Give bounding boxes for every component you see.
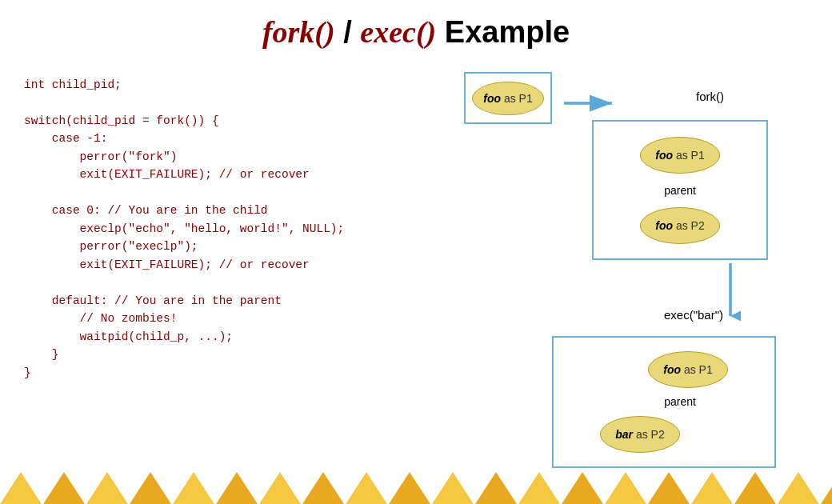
triangle-4 bbox=[130, 472, 171, 504]
triangle-8 bbox=[302, 472, 344, 504]
ellipse-foo-p1-fork: foo as P1 bbox=[640, 137, 720, 174]
code-line-8: case 0: // You are in the child bbox=[24, 202, 440, 219]
triangle-3 bbox=[86, 472, 128, 504]
triangle-9 bbox=[346, 472, 387, 504]
code-line-11: exit(EXIT_FAILURE); // or recover bbox=[24, 256, 440, 274]
code-line-17: } bbox=[24, 364, 440, 382]
parent-label-1: parent bbox=[664, 184, 696, 197]
code-block: int child_pid; switch(child_pid = fork()… bbox=[24, 76, 440, 382]
title-suffix: Example bbox=[436, 15, 570, 49]
exec-arrow bbox=[720, 262, 741, 322]
bottom-decoration bbox=[0, 472, 832, 504]
page-title: fork() / exec() Example bbox=[0, 0, 832, 58]
process-box-exec: foo as P1 parent bar as P2 bbox=[552, 336, 776, 468]
triangle-16 bbox=[648, 472, 690, 504]
fork-label: fork() bbox=[696, 90, 724, 103]
exec-label: exec("bar") bbox=[664, 308, 723, 322]
code-line-13: default: // You are in the parent bbox=[24, 292, 440, 310]
fork-arrow bbox=[562, 93, 618, 114]
triangle-10 bbox=[389, 472, 430, 504]
triangle-11 bbox=[432, 472, 474, 504]
ellipse-initial: foo as P1 bbox=[472, 82, 544, 115]
code-line-12 bbox=[24, 274, 440, 291]
code-line-3: switch(child_pid = fork()) { bbox=[24, 112, 440, 130]
triangle-14 bbox=[562, 472, 603, 504]
code-line-5: perror("fork") bbox=[24, 148, 440, 166]
code-line-16: } bbox=[24, 346, 440, 363]
code-line-2 bbox=[24, 94, 440, 111]
triangle-5 bbox=[173, 472, 214, 504]
triangle-2 bbox=[43, 472, 85, 504]
title-exec: exec() bbox=[360, 15, 436, 49]
ellipse-foo-p1-exec: foo as P1 bbox=[648, 351, 728, 388]
process-box-initial: foo as P1 bbox=[464, 72, 552, 124]
code-line-6: exit(EXIT_FAILURE); // or recover bbox=[24, 166, 440, 183]
parent-label-2: parent bbox=[664, 395, 696, 408]
triangle-1 bbox=[0, 472, 42, 504]
triangle-19 bbox=[778, 472, 819, 504]
process-box-fork: foo as P1 parent foo as P2 bbox=[592, 120, 768, 260]
triangle-6 bbox=[216, 472, 258, 504]
triangle-13 bbox=[518, 472, 560, 504]
ellipse-bar-p2-exec: bar as P2 bbox=[600, 416, 680, 453]
code-line-9: execlp("echo", "hello, world!", NULL); bbox=[24, 220, 440, 238]
triangle-20 bbox=[821, 472, 832, 504]
code-line-1: int child_pid; bbox=[24, 76, 440, 94]
ellipse-foo-p2-fork: foo as P2 bbox=[640, 207, 720, 244]
code-line-7 bbox=[24, 184, 440, 202]
triangle-15 bbox=[605, 472, 646, 504]
code-line-10: perror("execlp"); bbox=[24, 238, 440, 255]
triangle-18 bbox=[734, 472, 776, 504]
triangle-7 bbox=[259, 472, 301, 504]
title-fork: fork() bbox=[262, 15, 335, 49]
triangle-17 bbox=[691, 472, 733, 504]
code-line-15: waitpid(child_p, ...); bbox=[24, 328, 440, 346]
code-line-14: // No zombies! bbox=[24, 310, 440, 327]
code-line-4: case -1: bbox=[24, 130, 440, 147]
title-separator: / bbox=[335, 15, 361, 49]
triangle-12 bbox=[475, 472, 517, 504]
diagram: foo as P1 fork() foo as P1 parent foo as… bbox=[448, 72, 816, 488]
